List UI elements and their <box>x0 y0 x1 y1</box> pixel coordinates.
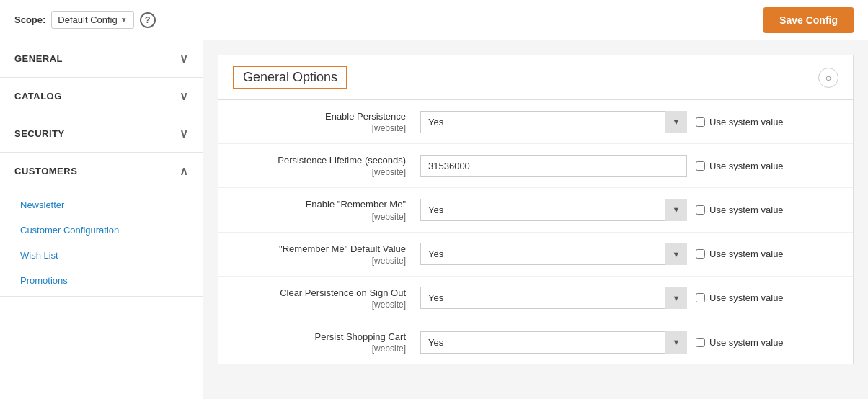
persistence-lifetime-input[interactable] <box>420 155 687 177</box>
form-control-remember-me-default: Yes No ▼ Use system value <box>420 243 838 265</box>
persistence-lifetime-use-system[interactable]: Use system value <box>696 161 784 171</box>
enable-remember-me-use-system[interactable]: Use system value <box>696 205 784 215</box>
enable-remember-me-select-wrapper: Yes No ▼ <box>420 199 687 221</box>
enable-remember-me-select[interactable]: Yes No <box>420 199 687 221</box>
form-label-persist-shopping-cart: Persist Shopping Cart [website] <box>233 331 420 354</box>
remember-me-default-select-wrapper: Yes No ▼ <box>420 243 687 265</box>
form-label-enable-persistence: Enable Persistence [website] <box>233 110 420 133</box>
panel-title: General Options <box>233 66 347 89</box>
sidebar-section-general: GENERAL ∨ <box>0 40 203 78</box>
form-row-remember-me-default: "Remember Me" Default Value [website] Ye… <box>218 233 853 277</box>
sidebar-section-catalog: CATALOG ∨ <box>0 78 203 115</box>
remember-me-default-use-system[interactable]: Use system value <box>696 248 784 259</box>
sidebar-catalog-chevron: ∨ <box>180 89 189 103</box>
persist-shopping-cart-select-wrapper: Yes No ▼ <box>420 331 687 354</box>
form-control-clear-persistence: Yes No ▼ Use system value <box>420 287 838 309</box>
scope-dropdown-arrow: ▼ <box>120 16 128 24</box>
form-control-enable-persistence: Yes No ▼ Use system value <box>420 111 838 133</box>
form-row-enable-persistence: Enable Persistence [website] Yes No ▼ <box>218 100 853 144</box>
panel-collapse-button[interactable]: ○ <box>818 68 838 88</box>
content-area: General Options ○ Enable Persistence [we… <box>203 40 868 399</box>
sidebar: GENERAL ∨ CATALOG ∨ SECURITY ∨ <box>0 40 203 399</box>
sidebar-security-chevron: ∨ <box>180 127 189 140</box>
form-row-persist-shopping-cart: Persist Shopping Cart [website] Yes No ▼ <box>218 320 853 364</box>
enable-persistence-select[interactable]: Yes No <box>420 111 687 133</box>
save-config-button[interactable]: Save Config <box>763 7 854 33</box>
clear-persistence-use-system[interactable]: Use system value <box>696 292 784 303</box>
clear-persistence-select[interactable]: Yes No <box>420 287 687 309</box>
scope-select[interactable]: Default Config ▼ <box>51 11 133 29</box>
sidebar-security-label: SECURITY <box>14 128 65 139</box>
form-label-clear-persistence: Clear Persistence on Sign Out [website] <box>233 287 420 310</box>
sidebar-general-label: GENERAL <box>14 53 63 64</box>
persist-shopping-cart-use-system[interactable]: Use system value <box>696 337 784 348</box>
sidebar-section-security-header[interactable]: SECURITY ∨ <box>0 115 203 152</box>
sidebar-section-general-header[interactable]: GENERAL ∨ <box>0 40 203 77</box>
sidebar-item-wish-list[interactable]: Wish List <box>0 243 203 268</box>
main-layout: GENERAL ∨ CATALOG ∨ SECURITY ∨ <box>0 40 868 399</box>
form-row-enable-remember-me: Enable "Remember Me" [website] Yes No ▼ <box>218 188 853 232</box>
remember-me-default-select[interactable]: Yes No <box>420 243 687 265</box>
enable-persistence-select-wrapper: Yes No ▼ <box>420 111 687 133</box>
general-options-panel: General Options ○ Enable Persistence [we… <box>218 55 854 364</box>
form-label-persistence-lifetime: Persistence Lifetime (seconds) [website] <box>233 154 420 177</box>
enable-persistence-checkbox[interactable] <box>696 117 705 127</box>
sidebar-catalog-label: CATALOG <box>14 91 62 102</box>
scope-label: Scope: <box>14 14 45 25</box>
clear-persistence-select-wrapper: Yes No ▼ <box>420 287 687 309</box>
sidebar-general-chevron: ∨ <box>180 52 189 66</box>
persist-shopping-cart-checkbox[interactable] <box>696 338 705 347</box>
scope-value: Default Config <box>58 14 117 25</box>
form-control-persist-shopping-cart: Yes No ▼ Use system value <box>420 331 838 354</box>
sidebar-section-catalog-header[interactable]: CATALOG ∨ <box>0 78 203 115</box>
sidebar-section-customers: CUSTOMERS ∧ Newsletter Customer Configur… <box>0 153 203 297</box>
sidebar-section-security: SECURITY ∨ <box>0 115 203 153</box>
top-bar: Scope: Default Config ▼ ? Save Config <box>0 0 868 40</box>
sidebar-item-customer-configuration[interactable]: Customer Configuration <box>0 218 203 243</box>
form-label-enable-remember-me: Enable "Remember Me" [website] <box>233 198 420 221</box>
clear-persistence-checkbox[interactable] <box>696 293 705 302</box>
persist-shopping-cart-select[interactable]: Yes No <box>420 331 687 354</box>
sidebar-customers-label: CUSTOMERS <box>14 166 77 176</box>
form-row-clear-persistence: Clear Persistence on Sign Out [website] … <box>218 277 853 320</box>
scope-section: Scope: Default Config ▼ ? <box>14 11 156 29</box>
sidebar-customers-chevron: ∧ <box>180 164 189 178</box>
sidebar-item-newsletter[interactable]: Newsletter <box>0 192 203 218</box>
form-label-remember-me-default: "Remember Me" Default Value [website] <box>233 243 420 266</box>
sidebar-customers-items: Newsletter Customer Configuration Wish L… <box>0 189 203 296</box>
sidebar-item-promotions[interactable]: Promotions <box>0 268 203 293</box>
panel-header: General Options ○ <box>218 55 853 100</box>
sidebar-section-customers-header[interactable]: CUSTOMERS ∧ <box>0 153 203 189</box>
form-control-persistence-lifetime: Use system value <box>420 155 838 177</box>
enable-remember-me-checkbox[interactable] <box>696 205 705 215</box>
help-icon[interactable]: ? <box>140 12 156 28</box>
form-control-enable-remember-me: Yes No ▼ Use system value <box>420 199 838 221</box>
remember-me-default-checkbox[interactable] <box>696 249 705 259</box>
enable-persistence-use-system[interactable]: Use system value <box>696 117 784 127</box>
persistence-lifetime-checkbox[interactable] <box>696 161 705 171</box>
form-row-persistence-lifetime: Persistence Lifetime (seconds) [website]… <box>218 144 853 188</box>
